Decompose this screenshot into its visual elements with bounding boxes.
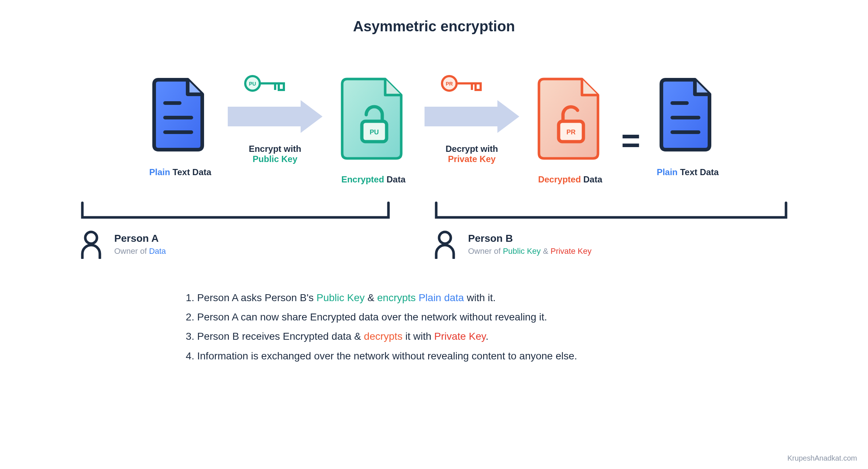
step-1-d: encrypts — [377, 292, 419, 303]
step-1-f: with it. — [464, 292, 496, 303]
step-1: Person A asks Person B's Public Key & en… — [197, 288, 685, 307]
step-1-b: Public Key — [317, 292, 365, 303]
person-a-desc: Owner of Data — [114, 247, 166, 256]
step-2: Person A can now share Encrypted data ov… — [197, 307, 685, 327]
svg-rect-13 — [476, 83, 481, 90]
person-icon — [433, 230, 457, 259]
stage-dec-word2: Data — [581, 174, 602, 184]
step-1-e: Plain data — [419, 292, 464, 303]
person-a-desc-hl: Data — [149, 247, 166, 256]
step-1-a: Person A asks Person B's — [197, 292, 317, 303]
stage-plain2-label: Plain Text Data — [655, 167, 720, 177]
person-a-block: Person A Owner of Data — [79, 199, 392, 259]
svg-marker-8 — [301, 100, 322, 133]
arrow-decrypt-line1: Decrypt with — [446, 144, 498, 154]
svg-point-20 — [85, 232, 97, 244]
step-3: Person B receives Encrypted data & decry… — [197, 327, 685, 346]
step-3-d: Private Key — [434, 331, 486, 342]
step-4: Information is exchanged over the networ… — [197, 346, 685, 366]
steps-list: Person A asks Person B's Public Key & en… — [183, 288, 685, 366]
arrow-decrypt-caption: Decrypt with Private Key — [446, 144, 498, 164]
step-4-a: Information is exchanged over the networ… — [197, 350, 577, 362]
decrypted-document-icon: PR — [534, 75, 607, 162]
arrow-decrypt-svg: PR — [421, 75, 523, 137]
arrow-encrypt-svg: PU — [224, 75, 326, 137]
stage-decrypted: PR Decrypted Data — [534, 75, 607, 185]
bracket-icon — [79, 199, 392, 225]
arrow-right-icon — [425, 100, 519, 133]
person-a-desc-pre: Owner of — [114, 247, 149, 256]
private-key-icon: PR — [442, 76, 481, 91]
stage-plain2-word1: Plain — [657, 167, 677, 177]
stage-plain2-word2: Text Data — [678, 167, 719, 177]
stage-dec-word1: Decrypted — [538, 174, 581, 184]
decrypted-lock-badge: PR — [566, 129, 575, 136]
person-b-block: Person B Owner of Public Key & Private K… — [433, 199, 790, 259]
person-b-desc-amp: & — [541, 247, 551, 256]
svg-marker-15 — [497, 100, 519, 133]
step-3-c: it with — [402, 331, 434, 342]
svg-point-21 — [439, 232, 451, 244]
arrow-encrypt-caption: Encrypt with Public Key — [249, 144, 301, 164]
private-key-badge-text: PR — [446, 81, 453, 87]
stage-encrypted-label: Encrypted Data — [337, 174, 410, 185]
svg-rect-14 — [425, 107, 497, 126]
stage-plain-2: Plain Text Data — [655, 75, 720, 177]
stage-decrypted-label: Decrypted Data — [534, 174, 607, 185]
encrypted-lock-badge: PU — [370, 129, 379, 136]
bracket-icon — [433, 199, 790, 225]
arrow-encrypt: PU Encrypt with Public Key — [224, 75, 326, 164]
stage-enc-word1: Encrypted — [341, 174, 384, 184]
credit-text: KrupeshAnadkat.com — [787, 454, 857, 462]
stage-plain-word1: Plain — [149, 167, 170, 177]
equals-sign: = — [618, 122, 644, 159]
bracket-row: Person A Owner of Data Person B Owner of… — [0, 199, 868, 259]
person-a-name: Person A — [114, 233, 166, 244]
arrow-encrypt-line1: Encrypt with — [249, 144, 301, 154]
svg-rect-6 — [279, 83, 284, 90]
stage-plain-word2: Text Data — [170, 167, 211, 177]
step-1-c: & — [365, 292, 377, 303]
stage-plain-label: Plain Text Data — [148, 167, 213, 177]
public-key-icon: PU — [245, 76, 284, 91]
person-icon — [79, 230, 103, 259]
stage-encrypted: PU Encrypted Data — [337, 75, 410, 185]
flow-row: Plain Text Data PU Encrypt with Public K… — [0, 75, 868, 185]
stage-plain: Plain Text Data — [148, 75, 213, 177]
person-b-desc-pub: Public Key — [503, 247, 541, 256]
arrow-decrypt: PR Decrypt with Private Key — [421, 75, 523, 164]
person-b-name: Person B — [468, 233, 592, 244]
arrow-right-icon — [228, 100, 322, 133]
document-icon — [655, 75, 720, 155]
stage-enc-word2: Data — [384, 174, 406, 184]
document-icon — [148, 75, 213, 155]
arrow-encrypt-line2: Public Key — [249, 154, 301, 164]
arrow-decrypt-line2: Private Key — [446, 154, 498, 164]
person-b-desc-pre: Owner of — [468, 247, 503, 256]
svg-rect-7 — [228, 107, 301, 126]
person-b-desc: Owner of Public Key & Private Key — [468, 247, 592, 256]
encrypted-document-icon: PU — [337, 75, 410, 162]
step-2-a: Person A can now share Encrypted data ov… — [197, 311, 547, 323]
step-3-b: decrypts — [364, 331, 403, 342]
step-3-a: Person B receives Encrypted data & — [197, 331, 364, 342]
public-key-badge-text: PU — [249, 81, 256, 87]
diagram-title: Asymmetric encryption — [0, 18, 868, 35]
step-3-e: . — [486, 331, 489, 342]
person-b-desc-priv: Private Key — [551, 247, 592, 256]
